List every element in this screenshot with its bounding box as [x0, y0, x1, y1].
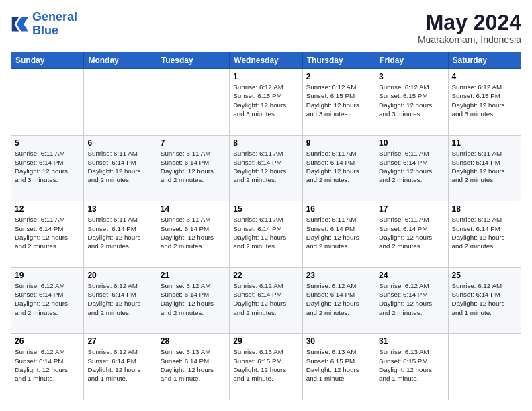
day-cell: 25Sunrise: 6:12 AM Sunset: 6:14 PM Dayli…	[448, 267, 521, 334]
day-cell: 16Sunrise: 6:11 AM Sunset: 6:14 PM Dayli…	[302, 201, 375, 268]
day-number: 16	[306, 204, 371, 214]
day-cell: 19Sunrise: 6:12 AM Sunset: 6:14 PM Dayli…	[11, 267, 84, 334]
day-number: 18	[452, 204, 517, 214]
day-cell: 21Sunrise: 6:12 AM Sunset: 6:14 PM Dayli…	[157, 267, 229, 334]
day-cell: 10Sunrise: 6:11 AM Sunset: 6:14 PM Dayli…	[375, 135, 448, 201]
day-number: 1	[233, 72, 298, 81]
day-info: Sunrise: 6:12 AM Sunset: 6:14 PM Dayligh…	[15, 347, 80, 383]
day-cell: 26Sunrise: 6:12 AM Sunset: 6:14 PM Dayli…	[11, 334, 84, 400]
day-cell: 12Sunrise: 6:11 AM Sunset: 6:14 PM Dayli…	[11, 201, 84, 268]
day-info: Sunrise: 6:11 AM Sunset: 6:14 PM Dayligh…	[161, 215, 226, 250]
day-info: Sunrise: 6:11 AM Sunset: 6:14 PM Dayligh…	[379, 149, 444, 185]
header: General Blue May 2024 Muarakomam, Indone…	[11, 11, 521, 45]
weekday-header-tuesday: Tuesday	[157, 52, 229, 69]
day-number: 31	[379, 336, 444, 346]
day-cell: 29Sunrise: 6:13 AM Sunset: 6:15 PM Dayli…	[230, 334, 302, 400]
day-info: Sunrise: 6:12 AM Sunset: 6:14 PM Dayligh…	[306, 281, 371, 317]
day-number: 3	[379, 72, 444, 81]
day-info: Sunrise: 6:11 AM Sunset: 6:14 PM Dayligh…	[161, 149, 226, 185]
day-info: Sunrise: 6:13 AM Sunset: 6:15 PM Dayligh…	[233, 347, 298, 383]
weekday-header-monday: Monday	[84, 52, 157, 69]
day-number: 19	[15, 271, 80, 280]
logo: General Blue	[11, 11, 77, 38]
weekday-header-wednesday: Wednesday	[230, 52, 302, 69]
day-cell: 13Sunrise: 6:11 AM Sunset: 6:14 PM Dayli…	[84, 201, 157, 268]
day-cell: 14Sunrise: 6:11 AM Sunset: 6:14 PM Dayli…	[157, 201, 229, 268]
day-number: 21	[161, 271, 226, 280]
day-number: 23	[306, 271, 371, 280]
day-info: Sunrise: 6:11 AM Sunset: 6:14 PM Dayligh…	[379, 215, 444, 250]
day-number: 27	[87, 336, 152, 346]
day-info: Sunrise: 6:12 AM Sunset: 6:14 PM Dayligh…	[452, 215, 517, 250]
day-number: 8	[233, 138, 298, 148]
day-info: Sunrise: 6:11 AM Sunset: 6:14 PM Dayligh…	[15, 215, 80, 250]
day-number: 28	[161, 336, 226, 346]
logo-line1: General	[32, 10, 77, 24]
day-cell: 17Sunrise: 6:11 AM Sunset: 6:14 PM Dayli…	[375, 201, 448, 268]
day-info: Sunrise: 6:12 AM Sunset: 6:15 PM Dayligh…	[233, 83, 298, 118]
day-info: Sunrise: 6:11 AM Sunset: 6:14 PM Dayligh…	[87, 215, 152, 250]
weekday-header-friday: Friday	[375, 52, 448, 69]
day-cell: 9Sunrise: 6:11 AM Sunset: 6:14 PM Daylig…	[302, 135, 375, 201]
location: Muarakomam, Indonesia	[418, 34, 521, 45]
day-number: 26	[15, 336, 80, 346]
day-cell: 18Sunrise: 6:12 AM Sunset: 6:14 PM Dayli…	[448, 201, 521, 268]
weekday-header-sunday: Sunday	[11, 52, 84, 69]
day-info: Sunrise: 6:11 AM Sunset: 6:14 PM Dayligh…	[306, 215, 371, 250]
day-cell: 22Sunrise: 6:12 AM Sunset: 6:14 PM Dayli…	[230, 267, 302, 334]
day-number: 7	[161, 138, 226, 148]
logo-line2: Blue	[32, 24, 77, 38]
logo-text: General Blue	[32, 11, 77, 38]
day-cell: 28Sunrise: 6:13 AM Sunset: 6:14 PM Dayli…	[157, 334, 229, 400]
day-info: Sunrise: 6:12 AM Sunset: 6:15 PM Dayligh…	[452, 83, 517, 118]
day-number: 20	[87, 271, 152, 280]
week-row-1: 5Sunrise: 6:11 AM Sunset: 6:14 PM Daylig…	[11, 135, 521, 201]
day-number: 30	[306, 336, 371, 346]
day-cell: 5Sunrise: 6:11 AM Sunset: 6:14 PM Daylig…	[11, 135, 84, 201]
day-cell: 24Sunrise: 6:12 AM Sunset: 6:14 PM Dayli…	[375, 267, 448, 334]
day-info: Sunrise: 6:12 AM Sunset: 6:14 PM Dayligh…	[87, 347, 152, 383]
day-number: 24	[379, 271, 444, 280]
day-number: 6	[87, 138, 152, 148]
day-info: Sunrise: 6:11 AM Sunset: 6:14 PM Dayligh…	[15, 149, 80, 185]
day-cell: 23Sunrise: 6:12 AM Sunset: 6:14 PM Dayli…	[302, 267, 375, 334]
week-row-3: 19Sunrise: 6:12 AM Sunset: 6:14 PM Dayli…	[11, 267, 521, 334]
day-info: Sunrise: 6:11 AM Sunset: 6:14 PM Dayligh…	[233, 149, 298, 185]
weekday-header-thursday: Thursday	[302, 52, 375, 69]
weekday-header-row: SundayMondayTuesdayWednesdayThursdayFrid…	[11, 52, 521, 69]
day-info: Sunrise: 6:11 AM Sunset: 6:14 PM Dayligh…	[233, 215, 298, 250]
day-number: 5	[15, 138, 80, 148]
day-cell	[11, 69, 84, 136]
day-number: 29	[233, 336, 298, 346]
day-cell	[448, 334, 521, 400]
day-number: 2	[306, 72, 371, 81]
day-cell: 3Sunrise: 6:12 AM Sunset: 6:15 PM Daylig…	[375, 69, 448, 136]
day-info: Sunrise: 6:12 AM Sunset: 6:15 PM Dayligh…	[306, 83, 371, 118]
day-info: Sunrise: 6:11 AM Sunset: 6:14 PM Dayligh…	[87, 149, 152, 185]
day-cell: 31Sunrise: 6:13 AM Sunset: 6:15 PM Dayli…	[375, 334, 448, 400]
day-info: Sunrise: 6:13 AM Sunset: 6:15 PM Dayligh…	[306, 347, 371, 383]
day-number: 13	[87, 204, 152, 214]
day-number: 4	[452, 72, 517, 81]
day-info: Sunrise: 6:12 AM Sunset: 6:14 PM Dayligh…	[452, 281, 517, 317]
day-number: 17	[379, 204, 444, 214]
day-info: Sunrise: 6:12 AM Sunset: 6:14 PM Dayligh…	[379, 281, 444, 317]
day-info: Sunrise: 6:12 AM Sunset: 6:15 PM Dayligh…	[379, 83, 444, 118]
day-number: 9	[306, 138, 371, 148]
day-number: 15	[233, 204, 298, 214]
day-info: Sunrise: 6:11 AM Sunset: 6:14 PM Dayligh…	[306, 149, 371, 185]
svg-marker-0	[17, 17, 29, 31]
page: General Blue May 2024 Muarakomam, Indone…	[0, 0, 532, 411]
day-number: 12	[15, 204, 80, 214]
day-number: 25	[452, 271, 517, 280]
week-row-0: 1Sunrise: 6:12 AM Sunset: 6:15 PM Daylig…	[11, 69, 521, 136]
day-info: Sunrise: 6:11 AM Sunset: 6:14 PM Dayligh…	[452, 149, 517, 185]
day-info: Sunrise: 6:13 AM Sunset: 6:14 PM Dayligh…	[161, 347, 226, 383]
day-cell: 7Sunrise: 6:11 AM Sunset: 6:14 PM Daylig…	[157, 135, 229, 201]
day-cell	[84, 69, 157, 136]
day-number: 14	[161, 204, 226, 214]
day-number: 10	[379, 138, 444, 148]
week-row-4: 26Sunrise: 6:12 AM Sunset: 6:14 PM Dayli…	[11, 334, 521, 400]
day-cell: 4Sunrise: 6:12 AM Sunset: 6:15 PM Daylig…	[448, 69, 521, 136]
day-info: Sunrise: 6:13 AM Sunset: 6:15 PM Dayligh…	[379, 347, 444, 383]
